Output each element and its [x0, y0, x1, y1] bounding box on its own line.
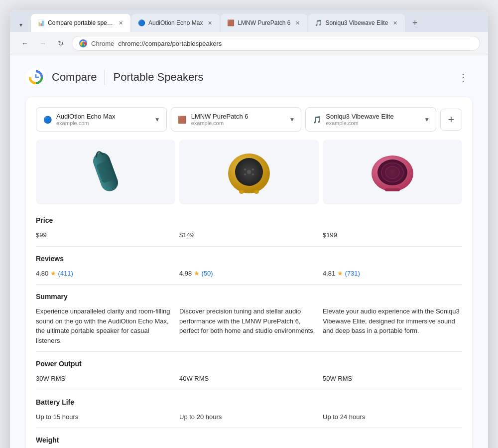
price-section-header: Price: [36, 208, 462, 228]
tab-dropdown-button[interactable]: ▾: [14, 18, 28, 32]
power-section-header: Power Output: [36, 351, 462, 372]
add-product-button[interactable]: +: [440, 109, 462, 131]
product2-info: 🟫 LMNW PurePatch 6 example.com: [177, 113, 249, 126]
rating2-value: 4.98: [179, 270, 192, 277]
tab-audiotion-close[interactable]: ✕: [206, 19, 214, 27]
header-divider: [105, 70, 105, 85]
address-bar[interactable]: Chrome chrome://compare/portablespeakers: [72, 36, 480, 51]
chrome-brand-label: Chrome: [91, 40, 114, 47]
product3-image: [365, 145, 420, 199]
power-data-row: 30W RMS 40W RMS 50W RMS: [36, 372, 462, 390]
battery2-cell: Up to 20 hours: [179, 412, 319, 422]
price2-cell: $149: [179, 230, 319, 240]
summary-section-header: Summary: [36, 284, 462, 304]
summary-data-row: Experience unparalleled clarity and room…: [36, 304, 462, 351]
reviews-section-header: Reviews: [36, 246, 462, 267]
svg-point-10: [247, 170, 251, 174]
star2-icon: ★: [194, 270, 202, 277]
tab-compare-favicon: 📊: [37, 19, 45, 27]
tab-soniqu3-favicon: 🎵: [314, 19, 322, 27]
tab-bar: ▾ 📊 Compare portable speaker ✕ 🔵 AudiOti…: [10, 10, 488, 32]
compare-label: Compare: [52, 71, 97, 84]
product3-text: Soniqu3 Vibewave Elite example.com: [326, 113, 393, 126]
summary3-cell: Elevate your audio experience with the S…: [323, 306, 462, 345]
google-logo-icon: [26, 67, 46, 87]
tab-lmnw-close[interactable]: ✕: [293, 19, 301, 27]
kebab-menu-button[interactable]: ⋮: [454, 68, 472, 86]
reviews-label: Reviews: [36, 255, 64, 263]
product1-image-cell: [36, 140, 175, 204]
product1-favicon-icon: 🔵: [42, 115, 52, 125]
page-header-left: Compare Portable Speakers: [26, 67, 203, 87]
review1-count[interactable]: (411): [58, 270, 73, 277]
tab-soniqu3[interactable]: 🎵 Soniqu3 Vibewave Elite ✕: [308, 14, 405, 32]
product2-selector[interactable]: 🟫 LMNW PurePatch 6 example.com ▼: [171, 107, 302, 132]
rating3-value: 4.81: [323, 270, 335, 277]
price1-cell: $99: [36, 230, 175, 240]
svg-rect-7: [96, 160, 115, 183]
product1-text: AudiOtion Echo Max example.com: [56, 113, 116, 126]
product3-image-cell: [323, 140, 462, 204]
battery-section-header: Battery Life: [36, 390, 462, 410]
summary1-cell: Experience unparalleled clarity and room…: [36, 306, 175, 345]
new-tab-button[interactable]: +: [408, 16, 422, 30]
battery3-cell: Up to 24 hours: [323, 412, 462, 422]
product2-name: LMNW PurePatch 6: [191, 113, 249, 120]
product2-chevron-icon: ▼: [289, 116, 295, 123]
price-label: Price: [36, 216, 53, 224]
product2-image: [222, 145, 276, 199]
product2-text: LMNW PurePatch 6 example.com: [191, 113, 249, 126]
page-title: Portable Speakers: [113, 71, 203, 84]
power3-cell: 50W RMS: [323, 374, 462, 384]
address-url: chrome://compare/portablespeakers: [118, 40, 222, 47]
product3-chevron-icon: ▼: [424, 116, 430, 123]
product3-favicon-icon: 🎵: [312, 115, 322, 125]
product1-selector[interactable]: 🔵 AudiOtion Echo Max example.com ▼: [36, 107, 167, 132]
review2-count[interactable]: (50): [202, 270, 213, 277]
product1-name: AudiOtion Echo Max: [56, 113, 116, 120]
rating3-cell: 4.81 ★ (731): [323, 269, 462, 279]
battery-label: Battery Life: [36, 398, 74, 406]
weight-label: Weight: [36, 436, 59, 444]
page-header: Compare Portable Speakers ⋮: [26, 67, 472, 87]
tab-compare-close[interactable]: ✕: [117, 19, 124, 27]
forward-button[interactable]: →: [36, 36, 50, 50]
back-button[interactable]: ←: [18, 36, 32, 50]
tab-compare[interactable]: 📊 Compare portable speaker ✕: [31, 14, 130, 32]
omnibar: ← → ↻ Chrome chrome://compare/portablesp…: [10, 32, 488, 55]
browser-window: ▾ 📊 Compare portable speaker ✕ 🔵 AudiOti…: [10, 10, 488, 448]
tab-audiotion-favicon: 🔵: [137, 19, 145, 27]
power1-cell: 30W RMS: [36, 374, 175, 384]
product1-domain: example.com: [56, 120, 116, 126]
product1-info: 🔵 AudiOtion Echo Max example.com: [42, 113, 116, 126]
product3-selector[interactable]: 🎵 Soniqu3 Vibewave Elite example.com ▼: [305, 107, 436, 132]
compare-card: 🔵 AudiOtion Echo Max example.com ▼ 🟫 LMN…: [26, 97, 472, 448]
svg-point-12: [252, 168, 254, 170]
product-images-row: [36, 140, 462, 204]
product-selector-row: 🔵 AudiOtion Echo Max example.com ▼ 🟫 LMN…: [36, 107, 462, 132]
battery1-cell: Up to 15 hours: [36, 412, 175, 422]
svg-point-15: [239, 190, 244, 194]
product2-favicon-icon: 🟫: [177, 115, 187, 125]
price3-cell: $199: [323, 230, 462, 240]
tab-compare-title: Compare portable speaker: [48, 19, 114, 26]
chrome-logo-icon: [79, 39, 87, 47]
rating2-cell: 4.98 ★ (50): [179, 269, 319, 279]
review3-count[interactable]: (731): [345, 270, 360, 277]
star3-icon: ★: [337, 270, 345, 277]
rating1-value: 4.80: [36, 270, 48, 277]
svg-point-16: [254, 190, 259, 194]
product2-domain: example.com: [191, 120, 249, 126]
tab-bar-left: ▾: [14, 18, 28, 32]
tab-audiotion[interactable]: 🔵 AudiOtion Echo Max ✕: [131, 14, 220, 32]
compare-table: Price $99 $149 $199 Reviews 4.80 ★ (411): [36, 208, 462, 448]
product3-info: 🎵 Soniqu3 Vibewave Elite example.com: [312, 113, 393, 126]
power2-cell: 40W RMS: [179, 374, 319, 384]
tab-soniqu3-close[interactable]: ✕: [391, 19, 399, 27]
power-label: Power Output: [36, 360, 82, 368]
summary-label: Summary: [36, 293, 68, 300]
page-content: Compare Portable Speakers ⋮ 🔵 AudiOtion …: [10, 55, 488, 448]
tab-lmnw-favicon: 🟫: [227, 19, 235, 27]
tab-lmnw[interactable]: 🟫 LMNW PurePatch 6 ✕: [221, 14, 307, 32]
reload-button[interactable]: ↻: [54, 36, 68, 50]
